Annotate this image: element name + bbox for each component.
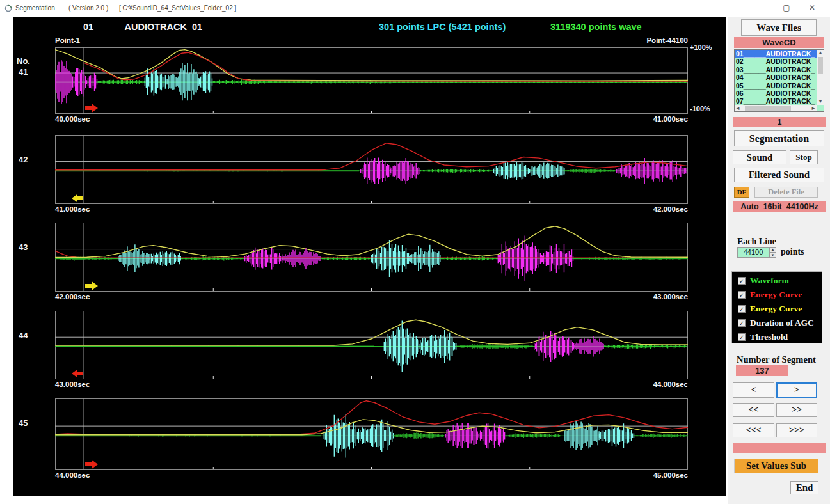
left-arrow-marker-icon [72,194,83,203]
display-option-checkbox-3[interactable]: ✓ [738,319,746,327]
hscroll-right-icon[interactable]: ► [811,106,816,112]
right-arrow-marker-icon [85,282,98,290]
waveform-panel-42[interactable] [55,135,688,204]
track-title: 01______AUDIOTRACK_01 [83,22,202,32]
vscroll-up-icon[interactable]: ▲ [817,50,824,56]
close-button[interactable]: ✕ [802,1,822,14]
time-end-label: 45.000sec [611,471,688,479]
control-panel: Wave Files WaveCD 01______AUDIOTRACK_02_… [728,17,830,504]
wavecd-button[interactable]: WaveCD [734,37,824,48]
last-button[interactable]: >>> [776,423,817,437]
prev-segment-button[interactable]: < [733,382,774,398]
waveform-display-area: 01______AUDIOTRACK_01 301 points LPC (54… [13,17,726,496]
display-option-label: Energy Curve [750,290,802,300]
df-button[interactable]: DF [734,187,749,198]
first-button[interactable]: <<< [733,423,774,437]
display-option-row: ✓Energy Curve [738,304,822,314]
time-end-label: 43.000sec [611,293,688,301]
hscroll-thumb[interactable] [745,106,791,111]
display-option-checkbox-4[interactable]: ✓ [738,333,746,341]
file-list-item[interactable]: 01______AUDIOTRACK_ [735,50,817,58]
delete-file-button: Delete File [754,187,818,198]
prev-page-button[interactable]: << [733,403,774,417]
file-list-item[interactable]: 06______AUDIOTRACK_ [735,90,817,97]
file-list-hscrollbar[interactable]: ◄ ► [735,105,817,112]
display-option-label: Duration of AGC [750,318,814,328]
time-start-label: 42.000sec [55,293,90,301]
waveform-panel-43[interactable] [55,223,688,292]
display-options-panel: ✓Waveform✓Energy Curve✓Energy Curve✓Dura… [731,271,822,343]
row-number-header: No. [17,56,30,66]
pct-bottom-label: -100% [690,105,710,113]
display-option-row: ✓Waveform [738,276,822,286]
points-label: points [781,247,804,257]
row-number: 42 [19,155,28,164]
waveform-panel-44[interactable] [55,311,688,379]
each-line-input[interactable]: 44100 [737,247,769,258]
display-option-row: ✓Energy Curve [738,290,822,300]
waveform-panel-45[interactable] [55,398,688,470]
waveform-panel-41[interactable] [55,47,688,114]
set-values-sub-button[interactable]: Set Values Sub [734,459,818,473]
display-option-label: Energy Curve [750,304,802,314]
display-option-row: ✓Threshold [738,332,822,342]
hscroll-left-icon[interactable]: ◄ [735,106,740,112]
next-page-button[interactable]: >> [776,403,817,417]
vscroll-thumb[interactable] [818,57,823,74]
file-list-item[interactable]: 02______AUDIOTRACK_ [735,58,817,65]
point-first-label: Point-1 [55,36,80,44]
end-button[interactable]: End [790,481,818,494]
right-arrow-marker-icon [85,104,98,113]
stop-button[interactable]: Stop [790,150,818,164]
maximize-button[interactable]: ▢ [777,1,796,14]
display-option-checkbox-1[interactable]: ✓ [738,291,746,299]
left-arrow-marker-icon [72,370,83,378]
vscroll-down-icon[interactable]: ▼ [817,98,824,105]
time-start-label: 40.000sec [55,115,90,123]
window-title: Segmentation [15,4,55,12]
spinner-down-icon[interactable]: ▼ [769,253,776,258]
file-list-vscrollbar[interactable]: ▲ ▼ [817,50,824,105]
window-path: [ C:¥SoundID_64_SetValues_Folder_02 ] [119,4,236,12]
display-option-label: Waveform [750,276,789,286]
app-icon [4,4,12,13]
next-segment-button[interactable]: > [776,382,817,398]
display-option-checkbox-2[interactable]: ✓ [738,305,746,313]
row-number: 44 [19,331,28,340]
wave-files-button[interactable]: Wave Files [741,19,817,36]
point-last-label: Point-44100 [611,36,688,44]
segment-count-label: Number of Segment [737,354,816,365]
row-number: 41 [19,67,28,77]
sound-button[interactable]: Sound [733,150,786,164]
window-version: ( Version 2.0 ) [68,4,108,12]
row-number: 45 [19,418,28,428]
row-number: 43 [19,242,28,252]
time-end-label: 42.000sec [611,205,688,213]
minimize-button[interactable]: – [753,1,772,14]
display-option-row: ✓Duration of AGC [738,318,822,328]
file-list-item[interactable]: 03______AUDIOTRACK_ [735,66,817,74]
display-option-checkbox-0[interactable]: ✓ [738,277,746,285]
format-info-bar: Auto 16bit 44100Hz [733,201,826,212]
display-option-label: Threshold [750,332,788,342]
segment-count-value: 137 [736,365,788,376]
spinner-up-icon[interactable]: ▲ [769,247,776,253]
file-list-item[interactable]: 04______AUDIOTRACK_ [735,74,817,81]
time-start-label: 44.000sec [55,471,90,479]
pct-top-label: +100% [690,43,712,51]
time-end-label: 41.000sec [611,115,688,123]
file-number-display: 1 [733,117,826,127]
lpc-info: 301 points LPC (5421 points) [379,22,506,32]
wave-file-list[interactable]: 01______AUDIOTRACK_02______AUDIOTRACK_03… [734,49,824,112]
time-start-label: 41.000sec [55,205,90,213]
file-list-item[interactable]: 07______AUDIOTRACK_ [735,97,817,105]
status-bar [733,443,826,453]
file-list-item[interactable]: 05______AUDIOTRACK_ [735,82,817,90]
time-end-label: 44.000sec [611,381,688,388]
wave-info: 3119340 points wave [550,22,642,32]
filtered-sound-button[interactable]: Filtered Sound [734,168,824,182]
segmentation-button[interactable]: Segmentation [734,130,824,146]
window-titlebar: Segmentation ( Version 2.0 ) [ C:¥SoundI… [0,0,830,17]
time-start-label: 43.000sec [55,381,90,388]
right-arrow-marker-icon [85,461,98,469]
